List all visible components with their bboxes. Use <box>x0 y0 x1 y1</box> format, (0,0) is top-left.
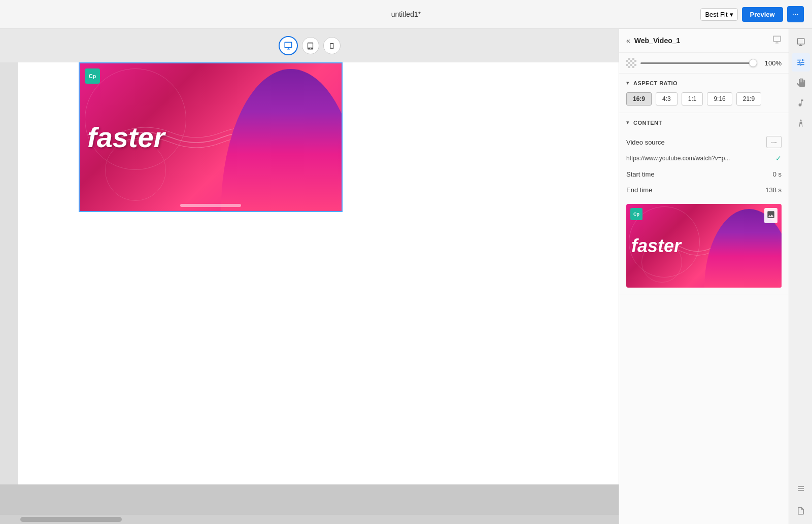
aspect-ratio-section-header[interactable]: ▾ ASPECT RATIO <box>619 74 789 92</box>
video-url-row: https://www.youtube.com/watch?v=p... ✓ <box>626 152 782 166</box>
page-icon-button[interactable] <box>792 502 810 520</box>
video-widget[interactable]: Cp faster <box>79 62 343 212</box>
panel-back-button[interactable]: « <box>626 37 630 45</box>
settings-icon-button[interactable] <box>792 53 810 72</box>
top-bar: untitled1* Best Fit ▾ Preview ··· <box>0 0 812 29</box>
cp-logo-badge: Cp <box>85 68 100 84</box>
aspect-ratio-section-content: 16:9 4:3 1:1 9:16 21:9 <box>619 92 789 113</box>
top-bar-actions: Best Fit ▾ Preview ··· <box>700 6 804 22</box>
video-progress-bar[interactable] <box>180 204 241 207</box>
faster-text: faster <box>87 123 165 152</box>
panel-header: « Web_Video_1 <box>619 29 789 53</box>
content-section: ▾ CONTENT Video source ··· https://www.y… <box>619 113 789 295</box>
best-fit-dropdown[interactable]: Best Fit ▾ <box>700 8 737 21</box>
preview-button[interactable]: Preview <box>742 7 783 22</box>
chevron-down-icon: ▾ <box>730 11 733 18</box>
horizontal-scrollbar[interactable] <box>0 515 619 524</box>
main-area: Cp faster <box>0 29 812 524</box>
person-decoration <box>215 69 342 211</box>
timeline-icon-button[interactable] <box>792 479 810 498</box>
panel-title: Web_Video_1 <box>634 37 768 45</box>
ar-button-16-9[interactable]: 16:9 <box>626 92 652 106</box>
accessibility-icon-button[interactable] <box>792 114 810 132</box>
ar-button-4-3[interactable]: 4:3 <box>656 92 678 106</box>
scrollbar-thumb[interactable] <box>20 517 122 522</box>
canvas-bottom-area <box>0 484 619 515</box>
video-url-checkmark-icon: ✓ <box>775 154 782 162</box>
canvas-inner: Cp faster <box>18 62 619 484</box>
desktop-device-button[interactable] <box>279 36 298 55</box>
transparency-checker-icon <box>626 58 636 68</box>
ar-button-21-9[interactable]: 21:9 <box>736 92 761 106</box>
canvas-wrapper: Cp faster <box>0 62 619 515</box>
aspect-ratio-section-title: ASPECT RATIO <box>633 80 678 86</box>
canvas-area: Cp faster <box>0 29 619 524</box>
more-options-button[interactable]: ··· <box>787 6 804 22</box>
music-icon-button[interactable] <box>792 94 810 112</box>
hand-icon-button[interactable] <box>792 74 810 92</box>
video-thumbnail-preview: Cp faster <box>626 204 782 288</box>
video-source-label: Video source <box>626 138 665 146</box>
best-fit-label: Best Fit <box>705 11 727 18</box>
start-time-label: Start time <box>626 170 655 178</box>
transparency-slider[interactable] <box>640 62 757 64</box>
video-source-more-button[interactable]: ··· <box>766 136 782 148</box>
video-thumbnail: Cp faster <box>80 63 342 211</box>
person-shape <box>215 69 342 211</box>
ar-button-9-16[interactable]: 9:16 <box>707 92 732 106</box>
transparency-value: 100% <box>761 59 782 67</box>
aspect-ratio-buttons: 16:9 4:3 1:1 9:16 21:9 <box>626 92 782 106</box>
canvas-page: Cp faster <box>18 62 619 484</box>
start-time-row: Start time 0 s <box>626 166 782 182</box>
device-toolbar <box>0 29 619 62</box>
thumb-faster-text: faster <box>631 235 681 257</box>
thumb-image-icon[interactable] <box>764 208 777 223</box>
tablet-device-button[interactable] <box>302 37 319 54</box>
end-time-label: End time <box>626 186 652 194</box>
aspect-ratio-section: ▾ ASPECT RATIO 16:9 4:3 1:1 9:16 21:9 <box>619 74 789 113</box>
thumb-cp-badge: Cp <box>630 208 642 220</box>
transparency-row: 100% <box>619 53 789 74</box>
mobile-device-button[interactable] <box>323 37 341 54</box>
icon-bar <box>789 29 812 524</box>
properties-icon-button[interactable] <box>792 33 810 51</box>
aspect-ratio-chevron-icon: ▾ <box>626 80 629 86</box>
ar-button-1-1[interactable]: 1:1 <box>682 92 703 106</box>
video-url-value: https://www.youtube.com/watch?v=p... <box>626 155 771 162</box>
video-source-row: Video source ··· <box>626 132 782 152</box>
end-time-value: 138 s <box>765 186 782 194</box>
content-section-body: Video source ··· https://www.youtube.com… <box>619 132 789 295</box>
right-panel: « Web_Video_1 100% ▾ ASPECT RATIO 16:9 4… <box>619 29 789 524</box>
start-time-value: 0 s <box>773 170 782 178</box>
content-section-header[interactable]: ▾ CONTENT <box>619 113 789 132</box>
panel-screen-icon[interactable] <box>772 35 782 46</box>
document-title: untitled1* <box>391 10 421 18</box>
content-section-title: CONTENT <box>633 120 662 126</box>
end-time-row: End time 138 s <box>626 182 782 198</box>
content-chevron-icon: ▾ <box>626 119 629 126</box>
